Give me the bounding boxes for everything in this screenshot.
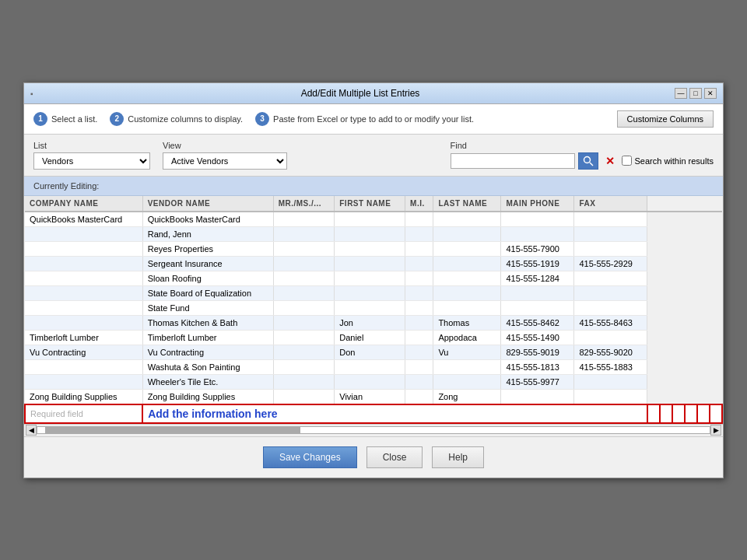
cell-mi [405,212,433,227]
find-input[interactable] [451,153,575,169]
cell-company_name [25,315,142,330]
table-row[interactable]: Thomas Kitchen & BathJonThomas415-555-84… [25,315,722,330]
col-header-vendor-name: VENDOR NAME [142,196,273,212]
cell-company_name [25,271,142,285]
cell-first_name: Don [335,345,405,359]
svg-point-0 [584,156,590,163]
new-cell-company_name[interactable]: Required field [25,404,142,423]
col-header-last-name: LAST NAME [433,196,501,212]
cell-vendor_name: Vu Contracting [142,345,273,359]
cell-company_name: Timberloft Lumber [25,330,142,345]
new-entry-row[interactable]: Required fieldAdd the information here [25,404,722,423]
cell-mi [405,374,433,389]
close-button[interactable]: ✕ [704,88,717,99]
cell-main_phone: 415-555-1490 [501,330,574,345]
cell-main_phone [501,285,574,300]
cell-mi [405,300,433,315]
step-3-circle: 3 [255,112,269,126]
cell-last_name [433,300,501,315]
close-button-footer[interactable]: Close [366,446,423,468]
new-cell-main_phone[interactable] [697,404,710,423]
table-row[interactable]: Wheeler's Tile Etc.415-555-9977 [25,374,722,389]
data-table: COMPANY NAME VENDOR NAME MR./MS./... FIR… [24,196,723,424]
new-cell-vendor_name[interactable]: Add the information here [142,404,647,423]
col-header-fax: FAX [574,196,647,212]
table-row[interactable]: Reyes Properties415-555-7900 [25,241,722,256]
cell-last_name: Appodaca [433,330,501,345]
cell-fax [574,271,647,285]
cell-mi [405,359,433,374]
table-row[interactable]: State Fund [25,300,722,315]
editing-bar: Currently Editing: [24,177,723,196]
cell-vendor_name: State Fund [142,300,273,315]
help-button[interactable]: Help [432,446,484,468]
list-select[interactable]: Vendors Customers Employees Items [33,152,150,170]
cell-mi [405,315,433,330]
table-row[interactable]: Sergeant Insurance415-555-1919415-555-29… [25,256,722,271]
table-row[interactable]: Timberloft LumberTimberloft LumberDaniel… [25,330,722,345]
cell-first_name [335,271,405,285]
new-cell-last_name[interactable] [685,404,697,423]
table-row[interactable]: State Board of Equalization [25,285,722,300]
horizontal-scrollbar[interactable] [37,426,710,434]
table-row[interactable]: Sloan Roofing415-555-1284 [25,271,722,285]
cell-main_phone: 415-555-1813 [501,359,574,374]
cell-first_name [335,285,405,300]
cell-company_name [25,359,142,374]
window-title: Add/Edit Multiple List Entries [46,88,675,99]
cell-mr_ms [273,226,335,241]
customize-columns-button[interactable]: Customize Columns [617,110,714,128]
table-container: COMPANY NAME VENDOR NAME MR./MS./... FIR… [24,196,723,425]
cell-mi [405,241,433,256]
table-row[interactable]: Vu ContractingVu ContractingDonVu829-555… [25,345,722,359]
clear-search-button[interactable]: ✕ [601,152,619,170]
title-bar-left-spacer: ▪ [30,88,46,99]
cell-company_name: Vu Contracting [25,345,142,359]
cell-company_name [25,256,142,271]
cell-mi [405,345,433,359]
table-row[interactable]: Washuta & Son Painting415-555-1813415-55… [25,359,722,374]
cell-main_phone: 415-555-1284 [501,271,574,285]
minimize-button[interactable]: — [675,88,687,99]
cell-main_phone: 415-555-1919 [501,256,574,271]
table-row[interactable]: Zong Building SuppliesZong Building Supp… [25,389,722,404]
search-button[interactable] [578,152,598,170]
wizard-step-2: 2 Customize columns to display. [110,112,243,126]
cell-mr_ms [273,212,335,227]
col-header-mi: M.I. [405,196,433,212]
cell-fax: 415-555-2929 [574,256,647,271]
search-icon [583,156,594,166]
view-select[interactable]: Active Vendors All Vendors [163,152,287,170]
step-1-label: Select a list. [51,114,97,124]
cell-vendor_name: Thomas Kitchen & Bath [142,315,273,330]
search-within-checkbox[interactable] [622,156,632,166]
step-1-circle: 1 [33,112,47,126]
scroll-right-button[interactable]: ▶ [710,425,721,436]
cell-mr_ms [273,271,335,285]
new-cell-mr_ms[interactable] [647,404,660,423]
main-window: ▪ Add/Edit Multiple List Entries — □ ✕ 1… [23,82,724,478]
cell-company_name: Zong Building Supplies [25,389,142,404]
table-row[interactable]: Rand, Jenn [25,226,722,241]
save-changes-button[interactable]: Save Changes [263,446,357,468]
scrollbar-thumb[interactable] [45,427,300,433]
list-field-group: List Vendors Customers Employees Items [33,141,150,170]
find-row: ✕ Search within results [451,152,714,170]
new-cell-mi[interactable] [672,404,685,423]
cell-last_name [433,256,501,271]
new-cell-fax[interactable] [710,404,722,423]
cell-main_phone: 415-555-8462 [501,315,574,330]
svg-line-1 [590,163,593,166]
cell-fax [574,226,647,241]
restore-button[interactable]: □ [689,88,702,99]
add-info-text: Add the information here [148,408,277,420]
scroll-left-button[interactable]: ◀ [26,425,37,436]
new-cell-first_name[interactable] [660,404,672,423]
cell-vendor_name: Washuta & Son Painting [142,359,273,374]
table-row[interactable]: QuickBooks MasterCardQuickBooks MasterCa… [25,212,722,227]
cell-mi [405,389,433,404]
cell-company_name [25,241,142,256]
cell-company_name [25,300,142,315]
cell-main_phone [501,389,574,404]
cell-fax: 415-555-1883 [574,359,647,374]
